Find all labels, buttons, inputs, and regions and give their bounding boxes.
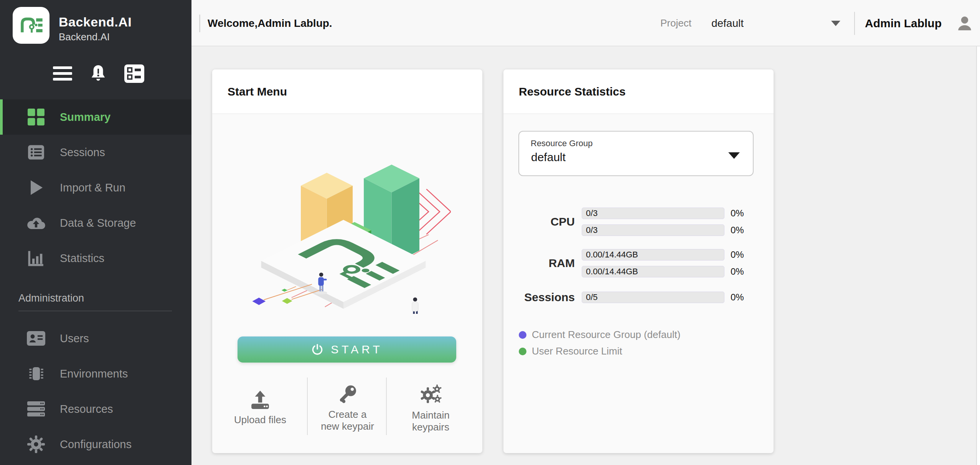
resource-group-label: Resource Group bbox=[531, 139, 592, 148]
action-divider bbox=[386, 378, 387, 435]
server-stack-icon bbox=[26, 401, 46, 417]
legend-dot-green bbox=[519, 348, 526, 355]
sidebar-item-label: Summary bbox=[60, 111, 111, 124]
sidebar-item-label: Sessions bbox=[60, 146, 105, 159]
sidebar-item-label: Statistics bbox=[60, 252, 104, 265]
action-label-line: Create a bbox=[321, 409, 374, 420]
welcome-message: Welcome,Admin Lablup. bbox=[208, 17, 332, 30]
action-divider bbox=[307, 378, 308, 435]
start-button[interactable]: START bbox=[238, 336, 456, 363]
user-menu[interactable]: Admin Lablup bbox=[865, 14, 974, 33]
create-keypair-action[interactable]: Create a new keypair bbox=[310, 373, 385, 444]
sessions-meter: Sessions 0/5 0% bbox=[503, 291, 744, 304]
app-subtitle: Backend.AI bbox=[59, 31, 132, 43]
sessions-usage-percent: 0% bbox=[731, 292, 744, 303]
upload-icon bbox=[249, 390, 271, 409]
sidebar-toolbar bbox=[53, 61, 153, 86]
section-divider bbox=[18, 311, 172, 311]
resource-statistics-card: Resource Statistics Resource Group defau… bbox=[503, 69, 774, 453]
key-icon bbox=[338, 384, 358, 404]
resource-group-select[interactable]: Resource Group default bbox=[518, 131, 754, 176]
upload-files-action[interactable]: Upload files bbox=[220, 373, 300, 444]
sessions-usage-bar: 0/5 bbox=[582, 292, 724, 303]
sidebar-item-label: Resources bbox=[60, 403, 113, 416]
sidebar-item-label: Environments bbox=[60, 368, 128, 380]
topbar-divider bbox=[854, 12, 855, 35]
cpu-meter: CPU 0/3 0% 0/3 0% bbox=[503, 208, 744, 236]
user-name: Admin Lablup bbox=[865, 17, 942, 30]
sidebar-item-data-storage[interactable]: Data & Storage bbox=[0, 205, 191, 241]
start-menu-header: Start Menu bbox=[212, 69, 482, 114]
sidebar-item-statistics[interactable]: Statistics bbox=[0, 241, 191, 276]
start-menu-card: Start Menu bbox=[212, 69, 482, 453]
project-selector[interactable]: Project default bbox=[660, 17, 854, 30]
action-label-line: keypairs bbox=[412, 421, 449, 433]
action-label-line: new keypair bbox=[321, 420, 374, 432]
resource-statistics-title: Resource Statistics bbox=[519, 85, 625, 98]
sidebar-item-resources[interactable]: Resources bbox=[0, 391, 191, 427]
app-logo: Backend.AI Backend.AI bbox=[13, 7, 132, 44]
action-label-line: Upload files bbox=[234, 414, 286, 426]
resource-group-value: default bbox=[531, 151, 566, 164]
sidebar-item-label: Import & Run bbox=[60, 181, 125, 194]
resource-legend: Current Resource Group (default) User Re… bbox=[519, 329, 680, 357]
bar-chart-icon bbox=[26, 249, 46, 267]
maintain-keypairs-action[interactable]: Maintain keypairs bbox=[389, 373, 472, 444]
ram-usage-bar: 0.00/14.44GB bbox=[582, 266, 724, 277]
cpu-usage-bar: 0/3 bbox=[582, 224, 724, 236]
chip-icon bbox=[26, 365, 46, 383]
backend-ai-logo-icon bbox=[13, 7, 49, 44]
cpu-meter-label: CPU bbox=[503, 215, 575, 228]
sidebar-item-label: Users bbox=[60, 332, 89, 345]
cpu-usage-bar: 0/3 bbox=[582, 208, 724, 219]
sidebar: Backend.AI Backend.AI bbox=[0, 0, 191, 465]
sidebar-item-configurations[interactable]: Configurations bbox=[0, 427, 191, 462]
legend-label: User Resource Limit bbox=[532, 345, 622, 357]
start-button-label: START bbox=[331, 343, 383, 356]
ram-usage-bar: 0.00/14.44GB bbox=[582, 249, 724, 261]
ram-meter-label: RAM bbox=[503, 257, 575, 270]
project-label: Project bbox=[660, 17, 691, 29]
ram-usage-percent: 0% bbox=[731, 266, 744, 277]
cpu-usage-percent: 0% bbox=[731, 225, 744, 236]
welcome-accent-line bbox=[199, 15, 200, 32]
app-title: Backend.AI bbox=[59, 15, 132, 30]
sidebar-item-summary[interactable]: Summary bbox=[0, 99, 191, 135]
start-menu-illustration bbox=[236, 135, 451, 314]
person-icon bbox=[955, 14, 974, 33]
hamburger-menu-icon[interactable] bbox=[53, 66, 72, 81]
sidebar-admin-menu: Users Environme bbox=[0, 321, 191, 462]
resource-statistics-header: Resource Statistics bbox=[503, 69, 774, 114]
gears-icon bbox=[420, 384, 442, 405]
ram-meter: RAM 0.00/14.44GB 0% 0.00/14.44GB 0% bbox=[503, 249, 744, 277]
sessions-meter-label: Sessions bbox=[503, 291, 575, 304]
action-label-line: Maintain bbox=[412, 409, 449, 421]
sidebar-item-users[interactable]: Users bbox=[0, 321, 191, 356]
sidebar-item-label: Data & Storage bbox=[60, 217, 136, 229]
cloud-upload-icon bbox=[26, 216, 46, 230]
sidebar-item-label: Configurations bbox=[60, 438, 132, 451]
dashboard-panel-icon[interactable] bbox=[124, 64, 144, 83]
start-menu-title: Start Menu bbox=[228, 85, 287, 98]
sidebar-section-administration: Administration bbox=[18, 292, 84, 304]
play-icon bbox=[26, 179, 46, 196]
main-content: Start Menu bbox=[191, 46, 977, 465]
legend-dot-purple bbox=[519, 331, 526, 339]
legend-item-user-limit: User Resource Limit bbox=[519, 345, 680, 357]
legend-label: Current Resource Group (default) bbox=[532, 329, 680, 341]
power-icon bbox=[311, 343, 324, 356]
sidebar-item-environments[interactable]: Environments bbox=[0, 356, 191, 391]
sidebar-item-sessions[interactable]: Sessions bbox=[0, 135, 191, 170]
sidebar-item-import-run[interactable]: Import & Run bbox=[0, 170, 191, 205]
notification-bell-icon[interactable] bbox=[90, 64, 107, 84]
dropdown-arrow-icon bbox=[728, 152, 740, 159]
summary-grid-icon bbox=[26, 108, 46, 126]
legend-item-current-group: Current Resource Group (default) bbox=[519, 329, 680, 341]
chevron-down-icon bbox=[831, 21, 840, 26]
sessions-list-icon bbox=[26, 143, 46, 161]
gear-icon bbox=[26, 435, 46, 453]
project-value: default bbox=[711, 17, 744, 30]
id-card-icon bbox=[26, 330, 46, 346]
sidebar-menu: Summary Sessions bbox=[0, 99, 191, 276]
ram-usage-percent: 0% bbox=[731, 249, 744, 260]
